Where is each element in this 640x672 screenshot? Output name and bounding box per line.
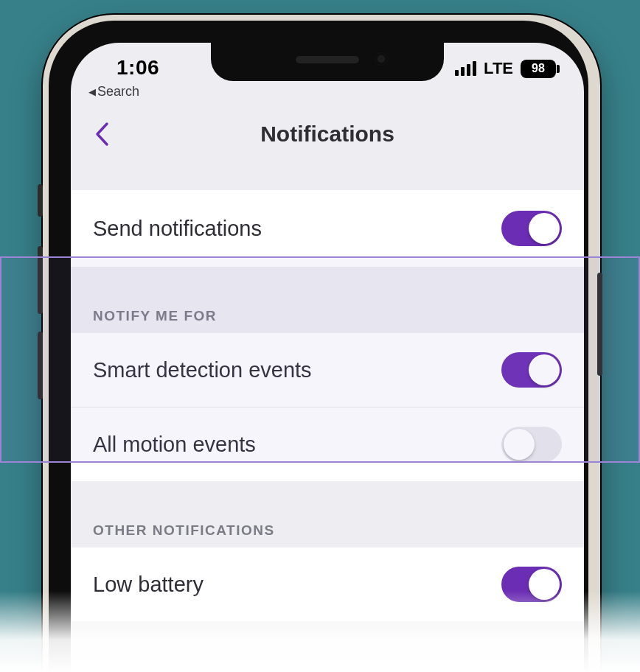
toggle-all-motion-events[interactable] <box>501 427 562 462</box>
volume-down-button <box>38 332 43 399</box>
section-gap <box>71 481 584 506</box>
section-header-label: NOTIFY ME FOR <box>93 308 217 324</box>
battery-level: 98 <box>532 62 545 75</box>
toggle-low-battery[interactable] <box>501 567 562 602</box>
row-label: Send notifications <box>93 217 262 241</box>
section-header-other-notifications: OTHER NOTIFICATIONS <box>71 506 584 547</box>
notch <box>211 43 444 81</box>
battery-indicator: 98 <box>521 60 556 78</box>
status-time: 1:06 <box>116 56 159 80</box>
toggle-smart-detection-events[interactable] <box>501 352 562 388</box>
row-low-battery: Low battery <box>71 547 584 621</box>
nav-header: Notifications <box>71 103 584 165</box>
section-header-label: OTHER NOTIFICATIONS <box>93 522 275 539</box>
toggle-send-notifications[interactable] <box>501 211 562 246</box>
breadcrumb-arrow-icon: ◀ <box>88 87 96 97</box>
section-gap <box>71 267 584 292</box>
chevron-left-icon <box>94 122 110 147</box>
breadcrumb-label: Search <box>97 84 139 99</box>
row-smart-detection-events: Smart detection events <box>71 333 584 407</box>
volume-up-button <box>38 246 43 314</box>
breadcrumb-back-to-search[interactable]: ◀ Search <box>88 84 139 99</box>
phone-inner-shell: 1:06 LTE 98 ◀ Search <box>49 21 588 672</box>
back-button[interactable] <box>86 118 118 150</box>
network-label: LTE <box>484 59 513 78</box>
row-label: Smart detection events <box>93 358 312 382</box>
section-gap <box>71 165 584 190</box>
status-right: LTE 98 <box>455 59 556 78</box>
row-label: All motion events <box>93 433 256 457</box>
screen: 1:06 LTE 98 ◀ Search <box>71 43 584 672</box>
page-title: Notifications <box>260 122 394 147</box>
row-send-notifications: Send notifications <box>71 190 584 267</box>
row-label: Low battery <box>93 573 204 597</box>
section-gap <box>71 621 584 646</box>
silence-switch <box>38 184 43 217</box>
cellular-signal-icon <box>455 61 476 76</box>
row-all-motion-events: All motion events <box>71 407 584 481</box>
section-header-notify-me-for: NOTIFY ME FOR <box>71 292 584 333</box>
power-button <box>597 273 602 376</box>
